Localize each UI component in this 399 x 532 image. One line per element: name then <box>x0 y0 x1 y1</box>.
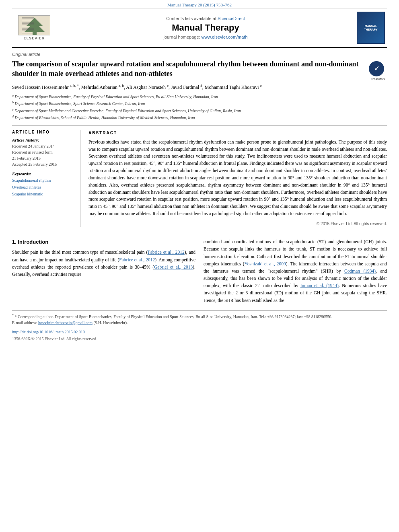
homepage-line: journal homepage: www.elsevier.com/math <box>163 35 247 39</box>
crossmark-badge: ✓ CrossMark <box>369 61 387 79</box>
affiliations: a Department of Sport Biomechanics, Facu… <box>12 93 387 121</box>
crossmark-label: CrossMark <box>369 77 387 81</box>
article-info-heading: ARTICLE INFO <box>12 130 74 134</box>
article-title-text: The comparison of scapular upward rotati… <box>12 59 361 79</box>
abstract-text: Previous studies have stated that the sc… <box>88 139 387 218</box>
crossmark-icon: ✓ <box>369 61 384 76</box>
keyword-2: Overhead athletes <box>12 184 74 191</box>
page: Manual Therapy 20 (2015) 758–762 ELSEVIE… <box>0 0 399 532</box>
email-link[interactable]: hosseinimehrhossein@gmail.com <box>38 320 93 325</box>
journal-title: Manual Therapy <box>172 23 239 33</box>
affiliation-a: a Department of Sport Biomechanics, Facu… <box>12 93 387 100</box>
section-divider <box>12 233 387 233</box>
received-date: Received 24 January 2014 <box>12 143 74 149</box>
doi-link[interactable]: http://dx.doi.org/10.1016/j.math.2015.02… <box>12 330 85 334</box>
affiliation-c: c Department of Sport Medicine and Corre… <box>12 107 387 114</box>
journal-header-left: ELSEVIER <box>12 12 56 44</box>
intro-left-para: Shoulder pain is the third most common t… <box>12 249 195 278</box>
sciencedirect-link[interactable]: ScienceDirect <box>218 16 245 21</box>
article-info-column: ARTICLE INFO Article history: Received 2… <box>12 130 80 227</box>
body-left-column: 1. Introduction Shoulder pain is the thi… <box>12 238 195 306</box>
journal-header: ELSEVIER Contents lists available at Sci… <box>12 8 387 48</box>
keyword-1: Scapulohumeral rhythm <box>12 177 74 184</box>
body-two-column: 1. Introduction Shoulder pain is the thi… <box>12 238 387 306</box>
affiliation-d: d Department of Biostatistics, School of… <box>12 114 387 121</box>
article-content: Original article The comparison of scapu… <box>0 48 399 350</box>
email-line: E-mail address: hosseinimehrhossein@gmai… <box>12 320 387 326</box>
elsevier-logo-image <box>18 15 50 35</box>
issn-line: 1356-689X/© 2015 Elsevier Ltd. All right… <box>12 336 387 342</box>
yoshizaki-link[interactable]: Yoshizaki et al., 2009 <box>245 261 286 266</box>
elsevier-text: ELSEVIER <box>24 36 45 40</box>
inman-link[interactable]: Inman et al. (1944) <box>300 283 339 288</box>
article-history-heading: Article history: <box>12 138 74 142</box>
body-right-column: combined and coordinated motions of the … <box>204 238 387 306</box>
accepted-date: Accepted 25 February 2015 <box>12 161 74 167</box>
article-info-abstract-section: ARTICLE INFO Article history: Received 2… <box>12 125 387 227</box>
journal-header-center: Contents lists available at ScienceDirec… <box>56 12 355 44</box>
keywords-section: Keywords: Scapulohumeral rhythm Overhead… <box>12 171 74 197</box>
authors: Seyed Hossein Hosseinimehr a, b, *, Mehr… <box>12 83 387 91</box>
revised-date: Received in revised form21 February 2015 <box>12 149 74 161</box>
footnotes-section: * * Corresponding author. Department of … <box>12 310 387 342</box>
abstract-heading: ABSTRACT <box>88 130 387 136</box>
codman-link[interactable]: Codman (1934) <box>344 269 376 273</box>
affiliation-b: b Department of Sport Biomechanics, Spor… <box>12 100 387 107</box>
elsevier-logo: ELSEVIER <box>18 15 50 40</box>
gabriel-2013-link[interactable]: Gabriel et al., 2013 <box>154 265 193 269</box>
journal-citation: Manual Therapy 20 (2015) 758–762 <box>12 0 387 8</box>
journal-header-right: MANUALTHERAPY <box>355 12 387 44</box>
abstract-column: ABSTRACT Previous studies have stated th… <box>88 130 387 227</box>
intro-right-para: combined and coordinated motions of the … <box>204 238 387 304</box>
copyright-line: © 2015 Elsevier Ltd. All rights reserved… <box>88 221 387 227</box>
elsevier-logo-svg <box>19 16 50 35</box>
keyword-3: Scapular kinematic <box>12 191 74 197</box>
article-title-block: The comparison of scapular upward rotati… <box>12 59 387 79</box>
contents-line: Contents lists available at ScienceDirec… <box>166 16 245 21</box>
article-type: Original article <box>12 52 387 57</box>
intro-heading: 1. Introduction <box>12 238 195 246</box>
corresponding-note: * * Corresponding author. Department of … <box>12 313 387 320</box>
doi-line: http://dx.doi.org/10.1016/j.math.2015.02… <box>12 329 387 335</box>
fabrice-2012-link-2[interactable]: Fabrice et al., 2012 <box>119 257 155 262</box>
journal-badge: MANUALTHERAPY <box>357 12 385 44</box>
keywords-heading: Keywords: <box>12 171 74 176</box>
fabrice-2012-link-1[interactable]: Fabrice et al., 2012 <box>148 250 185 255</box>
homepage-link[interactable]: www.elsevier.com/math <box>202 35 248 39</box>
